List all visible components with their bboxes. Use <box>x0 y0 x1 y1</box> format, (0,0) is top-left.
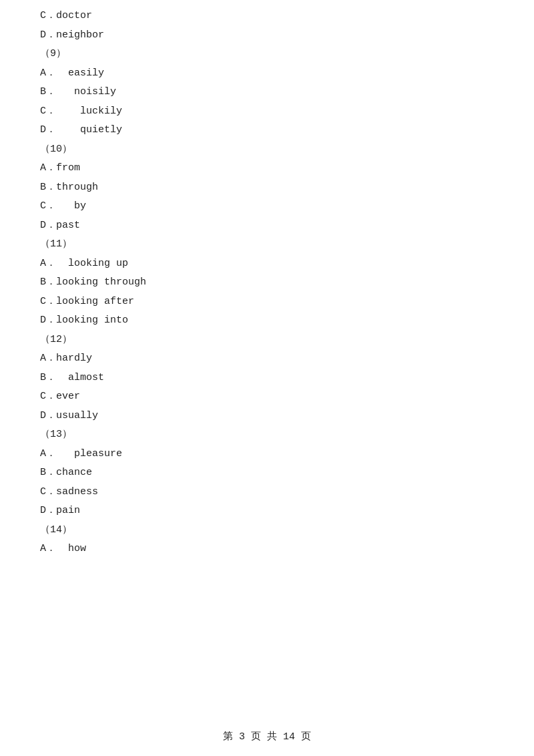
text-line: C．sadness <box>40 483 494 502</box>
text-line: D．neighbor <box>40 26 494 45</box>
text-line: （14） <box>40 521 494 540</box>
text-line: （10） <box>40 140 494 160</box>
text-line: C．looking after <box>40 293 494 312</box>
text-line: A．hardly <box>40 349 494 369</box>
main-content: C．doctorD．neighbor（9）A． easilyB． noisily… <box>0 0 534 599</box>
text-line: B．through <box>40 178 494 198</box>
text-line: A． how <box>40 540 494 559</box>
text-line: B． almost <box>40 369 494 388</box>
text-line: A． pleasure <box>40 445 494 464</box>
text-line: A． easily <box>40 64 494 83</box>
text-line: B．looking through <box>40 273 494 293</box>
text-line: D． quietly <box>40 121 494 140</box>
text-line: （11） <box>40 235 494 254</box>
text-line: （9） <box>40 45 494 64</box>
text-line: （13） <box>40 425 494 445</box>
page-footer: 第 3 页 共 14 页 <box>0 730 534 743</box>
text-line: B． noisily <box>40 83 494 102</box>
text-line: D．usually <box>40 407 494 426</box>
text-line: A． looking up <box>40 254 494 274</box>
text-line: B．chance <box>40 463 494 483</box>
text-line: D．looking into <box>40 311 494 331</box>
text-line: C． luckily <box>40 102 494 122</box>
text-line: （12） <box>40 331 494 350</box>
text-line: C．doctor <box>40 7 494 26</box>
text-line: D．pain <box>40 502 494 521</box>
text-line: D．past <box>40 216 494 236</box>
text-line: A．from <box>40 159 494 178</box>
text-line: C．ever <box>40 387 494 407</box>
text-line: C． by <box>40 197 494 216</box>
